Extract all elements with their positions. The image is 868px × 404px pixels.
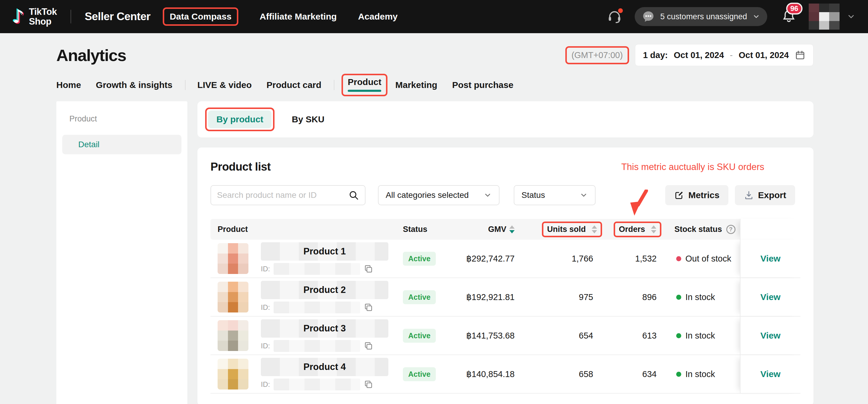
status-filter-select[interactable]: Status xyxy=(514,185,595,205)
col-header-product: Product xyxy=(211,219,398,240)
red-annotation-text: This metric auctually is SKU orders xyxy=(621,162,764,172)
tab-product-card[interactable]: Product card xyxy=(267,80,321,90)
view-link[interactable]: View xyxy=(761,369,780,379)
status-cell: Active xyxy=(398,252,445,266)
stock-status-dot xyxy=(676,256,681,261)
stock-status-cell: In stock xyxy=(664,292,740,302)
product-search-box[interactable] xyxy=(211,185,366,205)
export-button[interactable]: Export xyxy=(735,185,795,205)
blurred-product-id xyxy=(274,302,360,313)
stock-status-label: Stock status xyxy=(675,225,722,234)
tab-by-sku[interactable]: By SKU xyxy=(292,114,324,125)
tab-growth-insights[interactable]: Growth & insights xyxy=(96,80,172,90)
search-icon[interactable] xyxy=(348,190,359,201)
table-header-row: Product Status GMV Units sold xyxy=(211,219,800,240)
stock-status-dot xyxy=(676,295,681,300)
table-row: Product 1 ID: Active ฿292,742.77 1,766 xyxy=(211,240,800,278)
sort-icon-units-sold[interactable] xyxy=(592,226,597,233)
tiktok-shop-logo[interactable]: ♪ TikTok Shop xyxy=(12,7,57,26)
calendar-icon[interactable] xyxy=(795,50,805,60)
product-id-row: ID: xyxy=(261,302,389,313)
product-thumbnail xyxy=(218,282,248,312)
product-name-block[interactable]: Product 3 ID: xyxy=(261,319,389,352)
customers-unassigned-pill[interactable]: 5 customers unassigned xyxy=(635,7,767,26)
product-thumbnail xyxy=(218,320,248,351)
stock-status-dot xyxy=(676,372,681,377)
avatar[interactable] xyxy=(809,4,840,30)
orders-cell: 634 xyxy=(605,369,664,379)
units-sold-cell: 654 xyxy=(518,331,605,341)
active-tab-underline xyxy=(348,90,381,92)
tab-live-video[interactable]: LIVE & video xyxy=(197,80,252,90)
customers-unassigned-label: 5 customers unassigned xyxy=(660,12,747,21)
view-link[interactable]: View xyxy=(761,331,780,341)
nav-affiliate-marketing[interactable]: Affiliate Marketing xyxy=(260,11,337,22)
tab-home[interactable]: Home xyxy=(56,80,81,90)
view-link[interactable]: View xyxy=(761,292,780,302)
sort-icon-orders[interactable] xyxy=(651,226,656,233)
product-name-block[interactable]: Product 4 ID: xyxy=(261,358,389,391)
product-cell: Product 3 ID: xyxy=(211,316,398,355)
product-id-label: ID: xyxy=(261,303,270,312)
support-headset-icon[interactable] xyxy=(607,9,622,24)
gmv-cell: ฿292,742.77 xyxy=(445,254,518,264)
notifications-bell[interactable]: 96 xyxy=(781,9,796,25)
col-header-orders[interactable]: Orders xyxy=(605,219,664,240)
nav-academy[interactable]: Academy xyxy=(358,11,398,22)
sidebar-item-detail[interactable]: Detail xyxy=(62,135,181,154)
category-filter-value: All categories selected xyxy=(386,191,469,200)
action-cell: View xyxy=(740,316,800,355)
view-switch-card: By product By SKU xyxy=(197,101,813,137)
product-list-head: Product list This metric auctually is SK… xyxy=(211,161,800,173)
units-sold-cell: 975 xyxy=(518,292,605,302)
product-name-block[interactable]: Product 2 ID: xyxy=(261,281,389,313)
tab-post-purchase[interactable]: Post purchase xyxy=(452,80,514,90)
col-header-units-sold[interactable]: Units sold xyxy=(518,219,605,240)
topbar-right: 5 customers unassigned 96 xyxy=(607,4,856,30)
status-filter-value: Status xyxy=(522,191,545,200)
analytics-tabs: Home Growth & insights LIVE & video Prod… xyxy=(0,76,868,94)
product-name-label: Product 4 xyxy=(304,362,346,372)
status-cell: Active xyxy=(398,290,445,304)
copy-icon[interactable] xyxy=(364,264,373,274)
metrics-button[interactable]: Metrics xyxy=(665,185,728,205)
date-range-picker[interactable]: 1 day: Oct 01, 2024 - Oct 01, 2024 xyxy=(635,44,813,66)
timezone-label: (GMT+07:00) xyxy=(565,46,629,64)
date-separator: - xyxy=(730,50,733,60)
tab-product-active[interactable]: Product xyxy=(342,74,388,96)
col-header-gmv[interactable]: GMV xyxy=(445,219,518,240)
tab-marketing[interactable]: Marketing xyxy=(395,80,437,90)
filter-row: All categories selected Status xyxy=(211,185,800,205)
topbar: ♪ TikTok Shop Seller Center Data Compass… xyxy=(0,0,868,33)
copy-icon[interactable] xyxy=(364,303,373,312)
stock-status-text: In stock xyxy=(685,369,715,379)
col-header-stock-status: Stock status ? xyxy=(664,219,740,240)
tab-separator xyxy=(185,80,186,90)
copy-icon[interactable] xyxy=(364,341,373,351)
product-list-card: Product list This metric auctually is SK… xyxy=(197,147,813,404)
account-chevron-down-icon[interactable] xyxy=(847,12,856,21)
export-button-label: Export xyxy=(758,190,786,200)
seller-center-title[interactable]: Seller Center xyxy=(85,10,151,23)
stock-status-cell: Out of stock xyxy=(664,254,740,264)
chevron-down-icon xyxy=(484,191,492,199)
sort-icon-gmv[interactable] xyxy=(509,226,515,233)
category-filter-select[interactable]: All categories selected xyxy=(378,185,499,205)
edit-metrics-icon xyxy=(674,190,684,200)
product-id-row: ID: xyxy=(261,378,389,391)
sidebar-section-product: Product xyxy=(62,114,181,124)
units-sold-cell: 1,766 xyxy=(518,254,605,264)
help-question-icon[interactable]: ? xyxy=(726,225,736,234)
nav-data-compass[interactable]: Data Compass xyxy=(163,7,238,26)
product-name-block[interactable]: Product 1 ID: xyxy=(261,242,389,275)
product-thumbnail xyxy=(218,359,248,390)
gmv-cell: ฿192,921.81 xyxy=(445,292,518,302)
copy-icon[interactable] xyxy=(364,380,373,389)
tab-by-product[interactable]: By product xyxy=(208,110,272,128)
chat-bubble-icon xyxy=(642,10,655,23)
view-link[interactable]: View xyxy=(761,254,780,264)
blurred-product-name: Product 3 xyxy=(261,319,389,338)
units-sold-cell: 658 xyxy=(518,369,605,379)
search-input[interactable] xyxy=(217,191,348,200)
stock-status-text: Out of stock xyxy=(685,254,731,264)
